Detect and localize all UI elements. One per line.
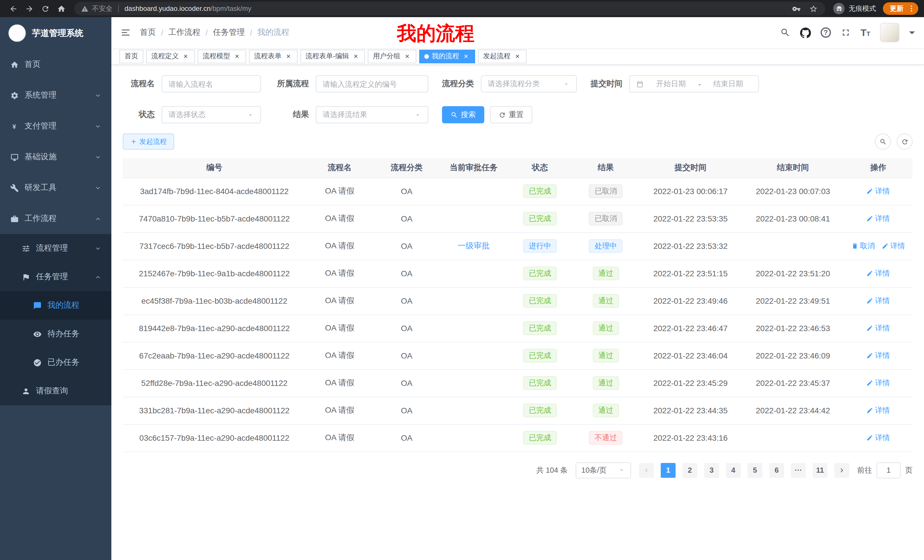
status-badge: 已完成	[523, 184, 557, 198]
cell-submit_time: 2022-01-22 23:46:04	[639, 342, 742, 369]
breadcrumb-item[interactable]: 首页	[140, 27, 156, 38]
refresh-button[interactable]	[38, 1, 52, 16]
cell-status: 进行中	[507, 232, 573, 260]
category-select[interactable]: 请选择流程分类	[481, 75, 577, 93]
font-size-button[interactable]: TT	[861, 28, 870, 37]
pager-page-4[interactable]: 4	[726, 463, 741, 478]
action-detail-link[interactable]: 详情	[882, 241, 905, 251]
result-select[interactable]: 请选择流结果	[316, 106, 428, 123]
forward-button[interactable]	[22, 1, 36, 16]
breadcrumb-item[interactable]: 工作流程	[168, 27, 201, 38]
home-icon	[10, 60, 19, 69]
tab-process-form-edit[interactable]: 流程表单-编辑×	[300, 49, 365, 63]
pager-page-5[interactable]: 5	[747, 463, 762, 478]
action-detail-link[interactable]: 详情	[867, 433, 890, 443]
home-button[interactable]	[54, 1, 69, 16]
goto-prefix: 前往	[857, 465, 872, 475]
avatar-caret-icon[interactable]	[909, 31, 915, 37]
table-row: 7317cec6-7b9b-11ec-b5b7-acde48001122OA 请…	[123, 232, 913, 260]
sidebar-item-system-management[interactable]: 系统管理	[0, 80, 111, 111]
action-detail-link[interactable]: 详情	[867, 405, 890, 416]
tune-icon	[22, 244, 30, 253]
tab-close-icon[interactable]: ×	[284, 52, 292, 60]
tab-start-process[interactable]: 发起流程×	[478, 49, 526, 63]
tab-close-icon[interactable]: ×	[233, 52, 241, 60]
omnibox[interactable]: 不安全 dashboard.yudao.iocoder.cn/bpm/task/…	[74, 2, 825, 15]
pager-page-3[interactable]: 3	[704, 463, 719, 478]
fullscreen-button[interactable]	[841, 27, 851, 38]
back-button[interactable]	[6, 1, 21, 16]
goto-page-input[interactable]	[877, 462, 901, 478]
question-icon: ?	[824, 28, 828, 36]
github-button[interactable]	[800, 27, 811, 38]
tab-close-icon[interactable]: ×	[182, 52, 190, 60]
sidebar-item-process-management[interactable]: 流程管理	[0, 234, 111, 263]
cell-result: 通过	[573, 369, 639, 397]
table-search-button[interactable]	[875, 133, 891, 150]
action-detail-link[interactable]: 详情	[867, 350, 890, 361]
tab-my-process[interactable]: 我的流程×	[419, 49, 475, 63]
action-label: 详情	[875, 405, 890, 416]
page-size-select[interactable]: 10条/页	[576, 462, 631, 478]
pager-more-button[interactable]: ···	[791, 463, 806, 478]
tab-process-form[interactable]: 流程表单×	[249, 49, 297, 63]
search-button[interactable]: 搜索	[442, 106, 484, 123]
table-row: 819442e8-7b9a-11ec-a290-acde48001122OA 请…	[123, 314, 913, 342]
current-task-link[interactable]: 一级审批	[458, 241, 490, 250]
search-icon-wrap	[451, 111, 458, 118]
bookmark-star-button[interactable]	[806, 1, 820, 16]
tab-close-icon[interactable]: ×	[513, 52, 521, 60]
submit-time-range[interactable]: 开始日期 - 结束日期	[629, 75, 759, 93]
sidebar-item-dev-tools[interactable]: 研发工具	[0, 172, 111, 203]
action-detail-link[interactable]: 详情	[867, 186, 890, 196]
pager-page-2[interactable]: 2	[682, 463, 697, 478]
omnibox-separator	[118, 5, 119, 12]
password-key-button[interactable]	[789, 1, 804, 16]
update-button[interactable]: 更新	[883, 2, 918, 15]
cell-current_task	[440, 205, 507, 232]
sidebar-item-done-tasks[interactable]: 已办任务	[0, 348, 111, 377]
pager-page-11[interactable]: 11	[813, 463, 828, 478]
sidebar-item-todo-tasks[interactable]: 待办任务	[0, 320, 111, 348]
process-name-input[interactable]	[162, 75, 261, 93]
sidebar-item-task-management[interactable]: 任务管理	[0, 263, 111, 291]
navbar-search-button[interactable]	[780, 27, 790, 38]
action-detail-link[interactable]: 详情	[867, 268, 890, 279]
sidebar-item-my-process[interactable]: 我的流程	[0, 291, 111, 320]
action-detail-link[interactable]: 详情	[867, 378, 890, 388]
avatar[interactable]	[880, 23, 900, 42]
next-page-button[interactable]	[834, 463, 849, 478]
pager-page-6[interactable]: 6	[769, 463, 784, 478]
logo[interactable]: 芋道管理系统	[0, 17, 111, 49]
sidebar-item-workflow[interactable]: 工作流程	[0, 203, 111, 234]
status-select[interactable]: 请选择状态	[162, 106, 261, 123]
pager-page-1[interactable]: 1	[661, 463, 676, 478]
prev-page-button[interactable]	[639, 463, 654, 478]
tab-close-icon[interactable]: ×	[462, 52, 470, 60]
process-def-input[interactable]	[316, 75, 428, 93]
action-detail-link[interactable]: 详情	[867, 323, 890, 333]
tab-process-definition[interactable]: 流程定义×	[146, 49, 195, 63]
tab-process-model[interactable]: 流程模型×	[198, 49, 246, 63]
create-process-button[interactable]: 发起流程	[123, 133, 174, 150]
action-detail-link[interactable]: 详情	[867, 296, 890, 306]
tab-user-group[interactable]: 用户分组×	[368, 49, 416, 63]
submit-time-field: 提交时间 开始日期 - 结束日期	[591, 75, 759, 93]
sidebar-item-home[interactable]: 首页	[0, 49, 111, 80]
reset-button[interactable]: 重置	[490, 106, 532, 123]
action-detail-link[interactable]: 详情	[867, 214, 890, 224]
table-refresh-button[interactable]	[897, 133, 913, 150]
sidebar-item-infrastructure[interactable]: 基础设施	[0, 142, 111, 172]
hamburger-button[interactable]	[120, 27, 131, 38]
sidebar-item-leave-query[interactable]: 请假查询	[0, 377, 111, 405]
help-button[interactable]: ?	[820, 27, 831, 38]
tab-home[interactable]: 首页	[119, 49, 143, 63]
breadcrumb-item[interactable]: 任务管理	[213, 27, 245, 38]
tab-close-icon[interactable]: ×	[403, 52, 411, 60]
tab-close-icon[interactable]: ×	[352, 52, 360, 60]
column-header-name: 流程名	[306, 158, 374, 178]
browser-menu-dots-button[interactable]	[908, 4, 915, 13]
action-cancel-link[interactable]: 取消	[852, 241, 875, 251]
sidebar-item-payment-management[interactable]: ¥支付管理	[0, 111, 111, 142]
sidebar-item-label: 待办任务	[47, 329, 80, 339]
